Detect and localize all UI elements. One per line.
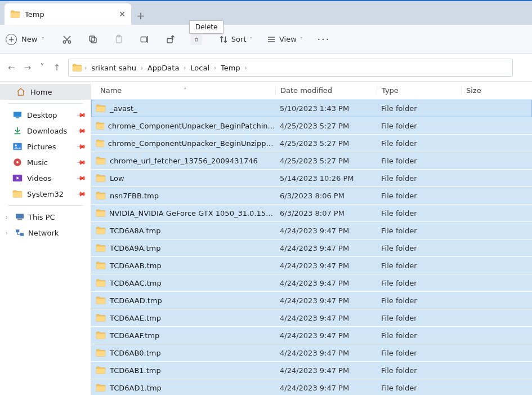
address-bar[interactable]: › srikant sahu › AppData › Local › Temp … bbox=[68, 59, 513, 77]
column-header-size[interactable]: Size bbox=[461, 86, 532, 95]
table-row[interactable]: TCD6AAF.tmp4/24/2023 9:47 PMFile folder bbox=[91, 327, 532, 344]
table-row[interactable]: TCD6AB0.tmp4/24/2023 9:47 PMFile folder bbox=[91, 344, 532, 362]
cut-button[interactable] bbox=[61, 34, 73, 45]
sidebar-item-network[interactable]: › Network bbox=[0, 225, 91, 241]
sidebar: Home Desktop 📌 Downloads 📌 Pictures 📌 Mu… bbox=[0, 82, 91, 395]
folder-icon bbox=[10, 10, 20, 18]
file-name: TCD6AAE.tmp bbox=[110, 314, 161, 322]
sidebar-item-label: Downloads bbox=[27, 127, 67, 135]
file-name: TCD6AAB.tmp bbox=[110, 261, 162, 270]
sidebar-item-label: Network bbox=[28, 229, 59, 237]
folder-icon bbox=[96, 227, 106, 234]
table-row[interactable]: TCD6AAB.tmp4/24/2023 9:47 PMFile folder bbox=[91, 257, 532, 274]
breadcrumb-item[interactable]: srikant sahu bbox=[89, 63, 138, 73]
file-name: TCD6AAD.tmp bbox=[110, 296, 162, 305]
pin-icon: 📌 bbox=[75, 172, 86, 183]
column-header-date[interactable]: Date modified bbox=[275, 86, 377, 95]
paste-button[interactable] bbox=[113, 34, 124, 45]
file-date: 4/24/2023 9:47 PM bbox=[275, 366, 377, 375]
rename-button[interactable] bbox=[139, 34, 150, 45]
table-row[interactable]: chrome_url_fetcher_13756_20094317464/25/… bbox=[91, 152, 532, 170]
column-header-type[interactable]: Type bbox=[377, 86, 461, 95]
sidebar-item-home[interactable]: Home bbox=[0, 84, 91, 100]
sidebar-item-desktop[interactable]: Desktop 📌 bbox=[0, 107, 91, 123]
column-headers: Name ˄ Date modified Type Size bbox=[91, 82, 532, 100]
folder-icon bbox=[96, 174, 106, 182]
divider bbox=[8, 103, 83, 104]
table-row[interactable]: TCD6AAD.tmp4/24/2023 9:47 PMFile folder bbox=[91, 292, 532, 309]
breadcrumb-item[interactable]: AppData bbox=[145, 63, 181, 73]
pin-icon: 📌 bbox=[75, 188, 86, 199]
title-bar: Temp ✕ + bbox=[0, 0, 532, 25]
file-date: 4/24/2023 9:47 PM bbox=[275, 279, 377, 287]
chevron-right-icon: › bbox=[141, 65, 143, 71]
view-button[interactable]: View ˅ bbox=[267, 35, 302, 44]
folder-icon bbox=[12, 189, 23, 198]
more-button[interactable]: ··· bbox=[317, 33, 330, 45]
new-tab-button[interactable]: + bbox=[131, 6, 150, 25]
table-row[interactable]: TCD6AB1.tmp4/24/2023 9:47 PMFile folder bbox=[91, 362, 532, 379]
column-header-name[interactable]: Name ˄ bbox=[91, 86, 275, 95]
table-row[interactable]: TCD6AD1.tmp4/24/2023 9:47 PMFile folder bbox=[91, 379, 532, 395]
sidebar-item-downloads[interactable]: Downloads 📌 bbox=[0, 123, 91, 139]
sidebar-item-pictures[interactable]: Pictures 📌 bbox=[0, 139, 91, 154]
file-date: 4/24/2023 9:47 PM bbox=[275, 296, 377, 305]
folder-icon bbox=[96, 261, 106, 269]
folder-icon bbox=[96, 314, 106, 322]
breadcrumb-item[interactable]: Temp bbox=[218, 63, 243, 73]
table-row[interactable]: NVIDIA_NVIDIA GeForce GTX 1050_31.0.15.2… bbox=[91, 205, 532, 222]
delete-button[interactable] bbox=[191, 34, 202, 45]
table-row[interactable]: TCD6AAE.tmp4/24/2023 9:47 PMFile folder bbox=[91, 309, 532, 327]
back-button[interactable]: ← bbox=[8, 63, 15, 73]
table-row[interactable]: nsn7FBB.tmp6/3/2023 8:06 PMFile folder bbox=[91, 187, 532, 205]
sort-button[interactable]: Sort ˅ bbox=[219, 35, 252, 44]
table-row[interactable]: chrome_ComponentUnpacker_BeginUnzipping1… bbox=[91, 135, 532, 152]
breadcrumb-item[interactable]: Local bbox=[188, 63, 212, 73]
sidebar-item-videos[interactable]: Videos 📌 bbox=[0, 170, 91, 186]
sidebar-item-label: Home bbox=[30, 88, 52, 96]
file-type: File folder bbox=[377, 384, 461, 392]
pin-icon: 📌 bbox=[75, 125, 86, 136]
tab-current[interactable]: Temp ✕ bbox=[5, 3, 131, 25]
table-row[interactable]: _avast_5/10/2023 1:43 PMFile folder bbox=[91, 100, 532, 117]
folder-icon bbox=[96, 192, 106, 199]
chevron-down-icon: ˅ bbox=[300, 37, 303, 42]
file-date: 4/25/2023 5:27 PM bbox=[275, 157, 377, 165]
svg-point-13 bbox=[16, 161, 19, 163]
table-row[interactable]: TCD6A9A.tmp4/24/2023 9:47 PMFile folder bbox=[91, 239, 532, 257]
svg-rect-8 bbox=[14, 112, 21, 117]
music-icon bbox=[12, 158, 23, 167]
new-button[interactable]: + New ˅ bbox=[6, 34, 44, 45]
file-date: 6/3/2023 8:06 PM bbox=[275, 192, 377, 200]
sidebar-item-system32[interactable]: System32 📌 bbox=[0, 186, 91, 202]
file-name: chrome_url_fetcher_13756_2009431746 bbox=[110, 157, 258, 165]
tab-close-button[interactable]: ✕ bbox=[119, 11, 126, 17]
file-date: 6/3/2023 8:07 PM bbox=[275, 209, 377, 218]
folder-icon bbox=[96, 139, 104, 147]
copy-button[interactable] bbox=[87, 34, 99, 45]
view-label: View bbox=[279, 35, 297, 43]
sidebar-item-music[interactable]: Music 📌 bbox=[0, 154, 91, 170]
folder-icon bbox=[96, 349, 106, 357]
file-name: chrome_ComponentUnpacker_BeginUnzipping1… bbox=[108, 139, 275, 148]
share-button[interactable] bbox=[165, 34, 176, 45]
file-date: 4/24/2023 9:47 PM bbox=[275, 244, 377, 252]
file-type: File folder bbox=[377, 104, 461, 113]
up-button[interactable]: ↑ bbox=[53, 63, 61, 73]
sidebar-item-this-pc[interactable]: › This PC bbox=[0, 209, 91, 225]
table-row[interactable]: TCD6AAC.tmp4/24/2023 9:47 PMFile folder bbox=[91, 274, 532, 292]
folder-icon bbox=[96, 209, 105, 217]
file-date: 4/24/2023 9:47 PM bbox=[275, 331, 377, 340]
table-row[interactable]: chrome_ComponentUnpacker_BeginPatching13… bbox=[91, 117, 532, 135]
forward-button[interactable]: → bbox=[24, 63, 32, 73]
table-row[interactable]: Low5/14/2023 10:26 PMFile folder bbox=[91, 170, 532, 187]
svg-rect-16 bbox=[17, 219, 22, 220]
recent-dropdown[interactable]: ˅ bbox=[40, 63, 44, 73]
table-row[interactable]: TCD6A8A.tmp4/24/2023 9:47 PMFile folder bbox=[91, 222, 532, 239]
svg-rect-15 bbox=[16, 214, 24, 218]
file-date: 5/14/2023 10:26 PM bbox=[275, 174, 377, 183]
file-name: Low bbox=[110, 174, 124, 183]
folder-icon bbox=[96, 122, 104, 130]
file-type: File folder bbox=[377, 227, 461, 235]
sidebar-item-label: Pictures bbox=[27, 143, 56, 151]
